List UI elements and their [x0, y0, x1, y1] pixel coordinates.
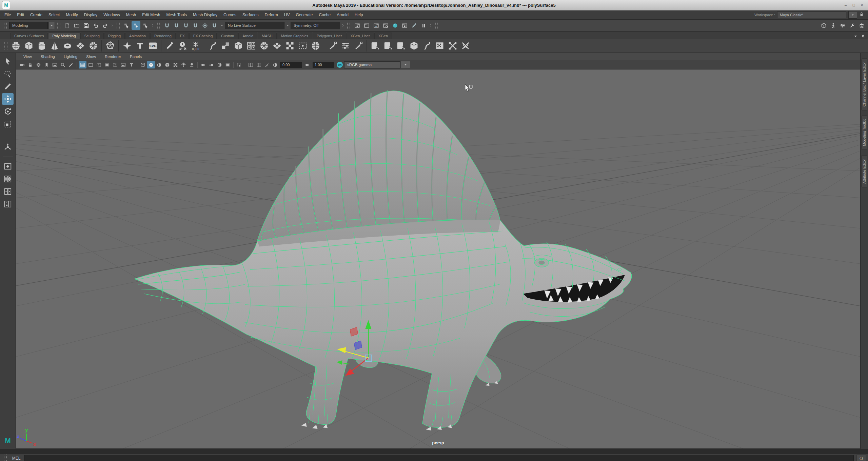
poly-cone-button[interactable] [48, 40, 61, 52]
snap-to-projected-center-button[interactable] [191, 21, 200, 30]
file-group-grip[interactable] [57, 22, 60, 29]
viewport-text-button[interactable] [127, 61, 135, 68]
scale-tool-button[interactable] [2, 118, 14, 130]
mirror-geometry-button[interactable] [296, 40, 309, 52]
workspace-caret-icon[interactable] [848, 11, 857, 19]
menu-deform[interactable]: Deform [261, 11, 281, 19]
shelf-tab-curves-surfaces[interactable]: Curves / Surfaces [10, 33, 48, 39]
select-by-component-button[interactable] [141, 21, 150, 30]
menu-create[interactable]: Create [27, 11, 45, 19]
menu-surfaces[interactable]: Surfaces [239, 11, 261, 19]
boolean-union-button[interactable] [369, 40, 381, 52]
menu-edit[interactable]: Edit [14, 11, 27, 19]
shelf-editor-gear-icon[interactable] [860, 33, 866, 39]
poly-cylinder-button[interactable] [35, 40, 48, 52]
shelf-tab-poly-modeling[interactable]: Poly Modeling [48, 33, 80, 39]
append-to-polygon-button[interactable] [206, 40, 219, 52]
use-default-material-button[interactable] [172, 61, 179, 68]
wireframe-on-shaded-button[interactable] [155, 61, 163, 68]
bend-deformer-button[interactable] [420, 40, 433, 52]
move-tool-button[interactable] [2, 93, 14, 105]
contrast-icon[interactable] [303, 61, 311, 68]
paste-camera-button[interactable] [255, 61, 263, 68]
redo-button[interactable] [101, 21, 110, 30]
grease-pencil-button[interactable] [67, 61, 75, 68]
triangulate-button[interactable] [271, 40, 283, 52]
layout-two-pane-button[interactable] [2, 186, 14, 197]
render-group-collapse-icon[interactable] [429, 22, 433, 29]
menu-set-select[interactable]: Modeling [9, 22, 48, 29]
shelf-tab-custom[interactable]: Custom [217, 33, 238, 39]
layout-single-pane-button[interactable] [2, 161, 14, 172]
shelf-tab-sculpting[interactable]: Sculpting [80, 33, 104, 39]
film-gate-button[interactable] [87, 61, 95, 68]
shelf-selector-icon[interactable] [852, 33, 859, 39]
menu-mesh-tools[interactable]: Mesh Tools [163, 11, 190, 19]
select-by-object-button[interactable] [132, 21, 140, 30]
copy-camera-button[interactable] [247, 61, 255, 68]
subdivide-button[interactable] [309, 40, 322, 52]
make-live-button[interactable] [200, 21, 209, 30]
shelf-tab-fx[interactable]: FX [176, 33, 189, 39]
channel-box-toggle-button[interactable] [857, 21, 866, 30]
select-tool-button[interactable] [2, 56, 14, 67]
exposure-field[interactable] [280, 62, 302, 68]
viewport-canvas[interactable]: y z x [16, 69, 860, 448]
time-slider-strip[interactable] [0, 449, 868, 454]
menu-set-caret-icon[interactable] [48, 22, 55, 29]
undo-button[interactable] [91, 21, 100, 30]
command-line-grip[interactable] [4, 455, 7, 461]
menu-help[interactable]: Help [352, 11, 366, 19]
2d-pan-zoom-button[interactable] [59, 61, 67, 68]
field-chart-button[interactable] [111, 61, 119, 68]
selection-group-collapse-icon[interactable] [151, 22, 155, 29]
light-editor-button[interactable] [400, 21, 409, 30]
poly-sphere-button[interactable] [9, 40, 22, 52]
gate-mask-button[interactable] [103, 61, 111, 68]
lasso-tool-button[interactable] [2, 68, 14, 80]
paint-select-tool-button[interactable] [2, 81, 14, 92]
screen-space-ao-button[interactable] [199, 61, 207, 68]
colorspace-select[interactable]: sRGB gamma [344, 61, 400, 68]
panel-menu-lighting[interactable]: Lighting [59, 55, 82, 59]
maximize-button[interactable]: □ [851, 2, 856, 8]
boolean-slice-button[interactable] [408, 40, 420, 52]
menu-file[interactable]: File [1, 11, 14, 19]
layout-four-pane-button[interactable] [2, 173, 14, 185]
menu-mesh[interactable]: Mesh [123, 11, 139, 19]
shelf-tab-arnold[interactable]: Arnold [238, 33, 257, 39]
menu-uv[interactable]: UV [281, 11, 293, 19]
snap-group-grip[interactable] [157, 22, 160, 29]
platonic-solid-button[interactable] [104, 40, 116, 52]
file-group-collapse-icon[interactable] [110, 22, 114, 29]
pause-viewport-button[interactable] [419, 21, 428, 30]
shelf-tab-rigging[interactable]: Rigging [104, 33, 125, 39]
poly-plane-button[interactable] [74, 40, 86, 52]
resolution-gate-button[interactable] [95, 61, 103, 68]
shelf-tab-motion-graphics[interactable]: Motion Graphics [277, 33, 312, 39]
viewport[interactable]: y z x persp [16, 69, 860, 448]
save-scene-button[interactable] [82, 21, 91, 30]
svg-tool-button[interactable]: SVG [146, 40, 159, 52]
lattice-button[interactable] [433, 40, 446, 52]
panel-menu-view[interactable]: View [19, 55, 36, 59]
attribute-editor-toggle-button[interactable] [838, 21, 847, 30]
delete-history-button[interactable] [176, 40, 189, 52]
paint-effects-button[interactable] [410, 21, 418, 30]
snap-to-view-plane-button[interactable] [210, 21, 219, 30]
textured-display-button[interactable] [163, 61, 171, 68]
annotate-button[interactable] [263, 61, 271, 68]
command-line-mode-label[interactable]: MEL [11, 456, 21, 461]
super-ellipse-button[interactable] [121, 40, 133, 52]
motion-blur-button[interactable] [208, 61, 215, 68]
sidebar-tab-channel-box-layer-editor[interactable]: Channel Box / Layer Editor [861, 58, 867, 110]
open-scene-button[interactable] [72, 21, 81, 30]
poly-torus-button[interactable] [61, 40, 74, 52]
command-line-input[interactable] [24, 455, 854, 461]
sidebar-tab-attribute-editor[interactable]: Attribute Editor [861, 155, 867, 187]
sidebar-tab-modeling-toolkit[interactable]: Modeling Toolkit [861, 116, 867, 150]
modeling-toolkit-toggle-button[interactable] [819, 21, 828, 30]
bookmarks-button[interactable] [43, 61, 51, 68]
heads-up-display-button[interactable] [119, 61, 127, 68]
selection-group-grip[interactable] [117, 22, 120, 29]
